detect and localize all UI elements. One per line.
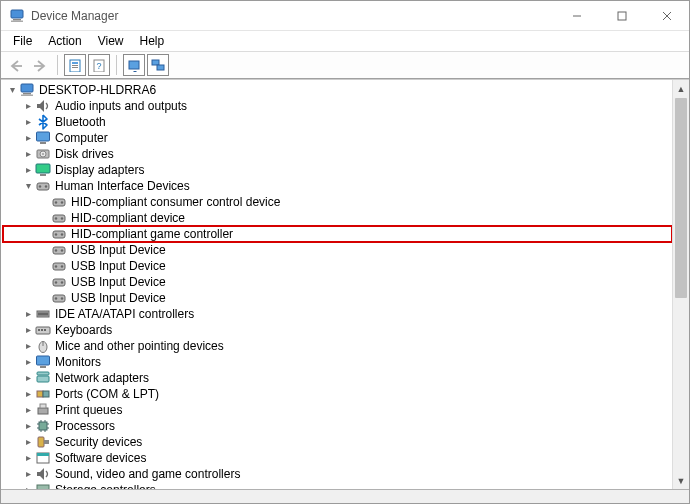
tree-label: Bluetooth [55,114,106,130]
category-processors[interactable]: ▸ Processors [3,418,672,434]
category-hid[interactable]: ▾ Human Interface Devices [3,178,672,194]
device-usb-input[interactable]: USB Input Device [3,258,672,274]
tree-label: Keyboards [55,322,112,338]
software-icon [35,450,51,466]
hid-icon [35,178,51,194]
expand-icon[interactable]: ▸ [21,354,35,370]
keyboard-icon [35,322,51,338]
category-security[interactable]: ▸ Security devices [3,434,672,450]
expand-icon[interactable]: ▸ [21,434,35,450]
category-computer[interactable]: ▸ Computer [3,130,672,146]
security-icon [35,434,51,450]
tree-label: Network adapters [55,370,149,386]
tree-label: Security devices [55,434,142,450]
device-hid-consumer[interactable]: HID-compliant consumer control device [3,194,672,210]
tree-label: Monitors [55,354,101,370]
expand-icon[interactable]: ▸ [21,386,35,402]
tree-label: DESKTOP-HLDRRA6 [39,82,156,98]
category-ide[interactable]: ▸ IDE ATA/ATAPI controllers [3,306,672,322]
device-usb-input[interactable]: USB Input Device [3,290,672,306]
expand-icon[interactable]: ▸ [21,146,35,162]
menu-view[interactable]: View [90,32,132,50]
vertical-scrollbar[interactable]: ▲ ▼ [672,80,689,489]
maximize-button[interactable] [599,1,644,30]
menu-file[interactable]: File [5,32,40,50]
tree-root[interactable]: ▾ DESKTOP-HLDRRA6 [3,82,672,98]
category-software-devices[interactable]: ▸ Software devices [3,450,672,466]
expand-icon[interactable]: ▸ [21,114,35,130]
expand-icon[interactable]: ▸ [21,466,35,482]
tree-label: Processors [55,418,115,434]
category-display-adapters[interactable]: ▸ Display adapters [3,162,672,178]
category-mice[interactable]: ▸ Mice and other pointing devices [3,338,672,354]
category-print-queues[interactable]: ▸ Print queues [3,402,672,418]
category-keyboards[interactable]: ▸ Keyboards [3,322,672,338]
tree-label: Storage controllers [55,482,156,489]
printer-icon [35,402,51,418]
scroll-down-button[interactable]: ▼ [673,472,689,489]
tree-label: Mice and other pointing devices [55,338,224,354]
expand-icon[interactable]: ▸ [21,402,35,418]
category-monitors[interactable]: ▸ Monitors [3,354,672,370]
expand-icon[interactable]: ▸ [21,418,35,434]
expand-icon[interactable]: ▸ [21,370,35,386]
nav-forward-button[interactable] [29,54,51,76]
show-hide-console-button[interactable] [64,54,86,76]
tree-label: Ports (COM & LPT) [55,386,159,402]
device-tree[interactable]: ▾ DESKTOP-HLDRRA6 ▸ Audio inputs and out… [1,80,672,489]
expand-icon[interactable]: ▸ [21,450,35,466]
collapse-icon[interactable]: ▾ [5,82,19,98]
cpu-icon [35,418,51,434]
device-hid-game-controller[interactable]: HID-compliant game controller [3,226,672,242]
tree-label: USB Input Device [71,274,166,290]
tree-label: HID-compliant consumer control device [71,194,280,210]
hid-icon [51,258,67,274]
tree-label: Software devices [55,450,146,466]
tree-label: IDE ATA/ATAPI controllers [55,306,194,322]
category-network[interactable]: ▸ Network adapters [3,370,672,386]
help-button[interactable] [88,54,110,76]
toolbar [1,51,689,79]
window-title: Device Manager [31,9,554,23]
disk-icon [35,146,51,162]
device-usb-input[interactable]: USB Input Device [3,274,672,290]
toolbar-separator [116,55,117,75]
expand-icon[interactable]: ▸ [21,306,35,322]
bluetooth-icon [35,114,51,130]
expand-icon[interactable]: ▸ [21,98,35,114]
scrollbar-thumb[interactable] [675,98,687,298]
hid-icon [51,290,67,306]
category-disk-drives[interactable]: ▸ Disk drives [3,146,672,162]
tree-label: HID-compliant game controller [71,226,233,242]
nav-back-button[interactable] [5,54,27,76]
category-storage[interactable]: ▸ Storage controllers [3,482,672,489]
expand-icon[interactable]: ▸ [21,162,35,178]
category-sound-video[interactable]: ▸ Sound, video and game controllers [3,466,672,482]
hid-icon [51,226,67,242]
computer-icon [19,82,35,98]
expand-icon[interactable]: ▸ [21,482,35,489]
menu-help[interactable]: Help [132,32,173,50]
tree-label: Audio inputs and outputs [55,98,187,114]
expand-icon[interactable]: ▸ [21,322,35,338]
storage-icon [35,482,51,489]
category-bluetooth[interactable]: ▸ Bluetooth [3,114,672,130]
scroll-up-button[interactable]: ▲ [673,80,689,97]
audio-icon [35,466,51,482]
scan-hardware-button[interactable] [123,54,145,76]
devices-printers-button[interactable] [147,54,169,76]
collapse-icon[interactable]: ▾ [21,178,35,194]
expand-icon[interactable]: ▸ [21,338,35,354]
expand-icon[interactable]: ▸ [21,130,35,146]
device-usb-input[interactable]: USB Input Device [3,242,672,258]
svg-rect-52 [618,12,626,20]
category-audio[interactable]: ▸ Audio inputs and outputs [3,98,672,114]
minimize-button[interactable] [554,1,599,30]
menu-action[interactable]: Action [40,32,89,50]
close-button[interactable] [644,1,689,30]
hid-icon [51,274,67,290]
tree-label: USB Input Device [71,258,166,274]
category-ports[interactable]: ▸ Ports (COM & LPT) [3,386,672,402]
tree-label: Computer [55,130,108,146]
device-hid-device[interactable]: HID-compliant device [3,210,672,226]
